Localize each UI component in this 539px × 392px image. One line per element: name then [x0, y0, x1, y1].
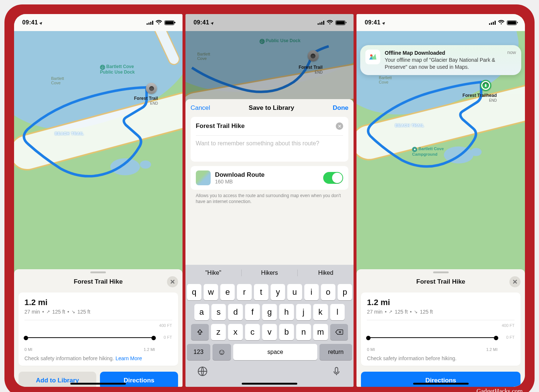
sheet-title: Forest Trail Hike	[372, 278, 509, 285]
key-return[interactable]: return	[319, 344, 352, 360]
end-label: Forest Trail END	[134, 96, 158, 105]
battery-icon	[335, 20, 345, 25]
status-bar: 09:41	[185, 14, 354, 31]
close-sheet-button[interactable]: ✕	[167, 276, 178, 287]
key-y[interactable]: y	[271, 284, 285, 300]
key-emoji[interactable]: ☺	[212, 344, 231, 360]
key-j[interactable]: j	[296, 304, 311, 320]
key-d[interactable]: d	[228, 304, 243, 320]
cancel-button[interactable]: Cancel	[191, 104, 210, 112]
key-p[interactable]: p	[338, 284, 352, 300]
sheet-handle[interactable]	[90, 271, 106, 273]
clear-input-button[interactable]: ✕	[336, 122, 343, 130]
phone-screenshot-1: BEACH TRAIL Bartlett Cove ⚓Bartlett Cove…	[14, 14, 183, 387]
home-indicator[interactable]	[413, 383, 469, 385]
key-i[interactable]: i	[304, 284, 319, 300]
beach-trail-label: BEACH TRAIL	[55, 132, 84, 136]
wifi-icon	[327, 20, 333, 25]
key-f[interactable]: f	[245, 304, 260, 320]
phone-screenshot-3: BEACH TRAIL Bartlett Cove ⚓Bartlett Cove…	[356, 14, 525, 387]
key-z[interactable]: z	[211, 324, 226, 340]
key-o[interactable]: o	[321, 284, 335, 300]
suggestion-3[interactable]: Hiked	[297, 270, 354, 276]
location-icon	[382, 19, 386, 26]
key-a[interactable]: a	[194, 304, 209, 320]
key-s[interactable]: s	[211, 304, 226, 320]
key-n[interactable]: n	[296, 324, 311, 340]
stats-subline: 27 min • ↗125 ft • ↘125 ft	[24, 309, 172, 315]
beach-trail-label: BEACH TRAIL	[395, 124, 424, 128]
done-button[interactable]: Done	[333, 104, 349, 112]
download-size: 160 MB	[215, 179, 319, 185]
key-e[interactable]: e	[220, 284, 235, 300]
route-end-pin[interactable]	[480, 80, 491, 91]
sheet-title: Save to Library	[249, 104, 294, 112]
suggestion-2[interactable]: Hikers	[241, 270, 298, 276]
route-sheet[interactable]: Forest Trail Hike ✕ 1.2 mi 27 min • ↗125…	[14, 269, 183, 387]
stats-card: 1.2 mi 27 min • ↗125 ft • ↘125 ft 400 FT…	[19, 293, 178, 366]
home-indicator[interactable]	[242, 383, 297, 385]
safety-note: Check safety information before hiking.	[367, 355, 515, 361]
key-backspace[interactable]	[330, 324, 348, 340]
key-g[interactable]: g	[262, 304, 277, 320]
key-k[interactable]: k	[313, 304, 328, 320]
key-b[interactable]: b	[279, 324, 294, 340]
suggestion-1[interactable]: "Hike"	[185, 270, 241, 276]
key-u[interactable]: u	[287, 284, 302, 300]
notification-banner[interactable]: Offline Map Downloaded Your offline map …	[360, 45, 521, 75]
tree-icon	[482, 82, 489, 89]
notification-when: now	[507, 50, 516, 55]
cell-signal-icon	[318, 20, 324, 25]
route-end-pin[interactable]	[146, 83, 157, 94]
close-sheet-button[interactable]: ✕	[509, 276, 520, 287]
key-123[interactable]: 123	[187, 344, 210, 360]
key-v[interactable]: v	[262, 324, 277, 340]
download-route-toggle[interactable]	[323, 172, 343, 184]
safety-note: Check safety information before hiking. …	[24, 355, 172, 361]
route-note-input[interactable]: Want to remember something about this ro…	[196, 135, 344, 162]
keyboard-suggestions[interactable]: "Hike" Hikers Hiked	[185, 265, 354, 281]
wifi-icon	[498, 20, 505, 25]
key-space[interactable]: space	[233, 344, 317, 360]
tent-icon: ▲	[412, 147, 417, 152]
key-t[interactable]: t	[254, 284, 268, 300]
cell-signal-icon	[147, 20, 153, 25]
status-bar: 09:41	[14, 14, 183, 31]
clock: 09:41	[365, 19, 380, 26]
route-sheet[interactable]: Forest Trail Hike ✕ 1.2 mi 27 min • ↗125…	[356, 269, 525, 387]
key-c[interactable]: c	[245, 324, 260, 340]
mic-icon[interactable]	[331, 366, 342, 376]
key-shift[interactable]	[191, 324, 209, 340]
arrow-up-icon: ↗	[389, 309, 392, 314]
key-q[interactable]: q	[187, 284, 201, 300]
download-help-text: Allows you to access the route and surro…	[191, 190, 349, 205]
keyboard[interactable]: "Hike" Hikers Hiked q w e r t y u i o	[185, 265, 354, 387]
cell-signal-icon	[489, 20, 496, 25]
route-name-input[interactable]	[196, 122, 336, 130]
campground-label: ▲Bartlett Cove Campground	[412, 146, 443, 156]
elevation-chart: 400 FT 0 FT	[367, 320, 515, 346]
battery-icon	[507, 20, 517, 25]
download-title: Download Route	[215, 171, 319, 179]
key-m[interactable]: m	[313, 324, 328, 340]
key-x[interactable]: x	[228, 324, 243, 340]
notification-body: Your offline map of "Glacier Bay Nationa…	[385, 57, 503, 71]
phone-screenshot-2: ⚓Public Use Dock Bartlett Cove Forest Tr…	[185, 14, 354, 387]
key-h[interactable]: h	[279, 304, 294, 320]
kb-row-3: z x c v b n m	[187, 324, 352, 340]
svg-rect-1	[335, 368, 338, 373]
route-form: ✕ Want to remember something about this …	[191, 117, 349, 162]
sheet-handle[interactable]	[433, 271, 449, 273]
key-w[interactable]: w	[204, 284, 218, 300]
key-l[interactable]: l	[330, 304, 345, 320]
stats-card: 1.2 mi 27 min • ↗125 ft • ↘125 ft 400 FT…	[361, 293, 520, 366]
cove-label: Bartlett Cove	[51, 76, 64, 85]
learn-more-link[interactable]: Learn More	[116, 355, 142, 361]
battery-icon	[164, 20, 174, 25]
map-thumb-icon	[196, 170, 211, 185]
key-r[interactable]: r	[237, 284, 251, 300]
dock-label: ⚓Bartlett Cove Public Use Dock	[100, 64, 135, 75]
globe-icon[interactable]	[197, 366, 208, 376]
maps-app-icon	[365, 50, 380, 64]
home-indicator[interactable]	[70, 383, 126, 385]
